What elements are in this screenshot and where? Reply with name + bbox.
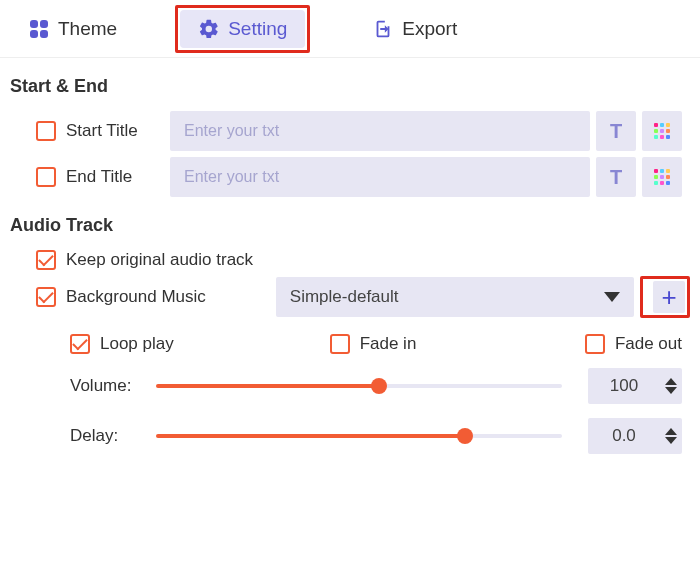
delay-down-icon[interactable] — [665, 437, 677, 444]
highlight-setting: Setting — [175, 5, 310, 53]
tab-export[interactable]: Export — [354, 10, 475, 48]
end-title-input[interactable] — [170, 157, 590, 197]
add-music-button[interactable]: + — [653, 281, 685, 313]
slider-thumb[interactable] — [457, 428, 473, 444]
svg-rect-1 — [40, 20, 48, 28]
keep-original-label: Keep original audio track — [66, 250, 253, 270]
delay-value: 0.0 — [588, 426, 660, 446]
text-icon: T — [610, 120, 622, 143]
bg-music-selected: Simple-default — [290, 287, 399, 307]
gear-icon — [198, 18, 220, 40]
start-title-text-style-button[interactable]: T — [596, 111, 636, 151]
tab-setting-label: Setting — [228, 18, 287, 40]
start-title-label: Start Title — [66, 121, 162, 141]
tab-bar: Theme Setting Export — [0, 0, 700, 58]
keep-original-checkbox[interactable] — [36, 250, 56, 270]
volume-down-icon[interactable] — [665, 387, 677, 394]
loop-play-label: Loop play — [100, 334, 174, 354]
plus-icon: + — [661, 284, 676, 310]
bg-music-label: Background Music — [66, 287, 206, 307]
delay-label: Delay: — [70, 426, 156, 446]
volume-up-icon[interactable] — [665, 378, 677, 385]
section-start-end: Start & End — [10, 76, 700, 97]
tab-setting[interactable]: Setting — [180, 10, 305, 48]
color-grid-icon — [654, 169, 670, 185]
end-title-color-button[interactable] — [642, 157, 682, 197]
volume-label: Volume: — [70, 376, 156, 396]
export-icon — [372, 18, 394, 40]
tab-theme-label: Theme — [58, 18, 117, 40]
text-icon: T — [610, 166, 622, 189]
tab-theme[interactable]: Theme — [10, 10, 135, 48]
svg-rect-0 — [30, 20, 38, 28]
end-title-label: End Title — [66, 167, 162, 187]
tab-export-label: Export — [402, 18, 457, 40]
volume-spinner[interactable]: 100 — [588, 368, 682, 404]
bg-music-dropdown[interactable]: Simple-default — [276, 277, 634, 317]
delay-slider[interactable] — [156, 434, 562, 438]
volume-value: 100 — [588, 376, 660, 396]
start-title-checkbox[interactable] — [36, 121, 56, 141]
section-audio-track: Audio Track — [10, 215, 700, 236]
end-title-text-style-button[interactable]: T — [596, 157, 636, 197]
svg-rect-2 — [30, 30, 38, 38]
delay-spinner[interactable]: 0.0 — [588, 418, 682, 454]
fade-in-checkbox[interactable] — [330, 334, 350, 354]
color-grid-icon — [654, 123, 670, 139]
bg-music-checkbox[interactable] — [36, 287, 56, 307]
start-title-input[interactable] — [170, 111, 590, 151]
fade-out-label: Fade out — [615, 334, 682, 354]
end-title-checkbox[interactable] — [36, 167, 56, 187]
highlight-add: + — [640, 276, 690, 318]
theme-icon — [28, 18, 50, 40]
fade-out-checkbox[interactable] — [585, 334, 605, 354]
volume-slider[interactable] — [156, 384, 562, 388]
start-title-color-button[interactable] — [642, 111, 682, 151]
svg-rect-3 — [40, 30, 48, 38]
delay-up-icon[interactable] — [665, 428, 677, 435]
slider-thumb[interactable] — [371, 378, 387, 394]
fade-in-label: Fade in — [360, 334, 417, 354]
loop-play-checkbox[interactable] — [70, 334, 90, 354]
chevron-down-icon — [604, 292, 620, 302]
